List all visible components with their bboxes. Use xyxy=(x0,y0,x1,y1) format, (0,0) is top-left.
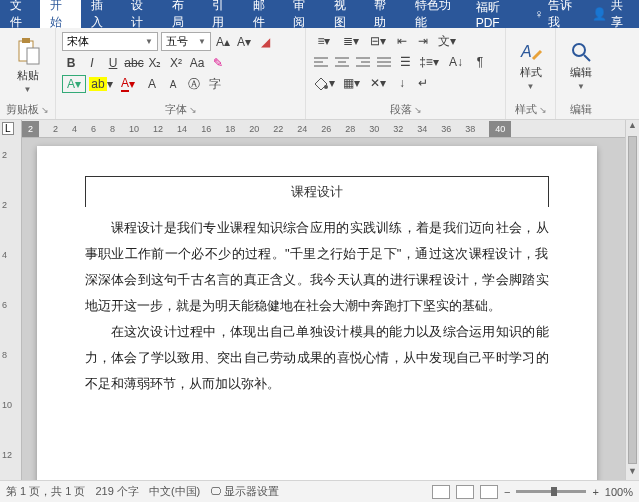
hruler-tick: 30 xyxy=(369,124,379,134)
show-marks-button[interactable]: ¶ xyxy=(471,53,489,71)
subscript-button[interactable]: X₂ xyxy=(146,54,164,72)
tab-layout[interactable]: 布局 xyxy=(162,0,202,28)
tab-insert[interactable]: 插入 xyxy=(81,0,121,28)
font-name-combo[interactable]: 宋体▼ xyxy=(62,32,158,51)
phonetic-button[interactable]: 字 xyxy=(206,75,224,93)
font-size-combo[interactable]: 五号▼ xyxy=(161,32,211,51)
font-name-value: 宋体 xyxy=(67,34,89,49)
web-layout-view-button[interactable] xyxy=(480,485,498,499)
text-effects-button[interactable]: A▾ xyxy=(62,75,86,93)
tellme-label: 告诉我 xyxy=(548,0,577,31)
paragraph-marks-button[interactable]: ↵ xyxy=(414,74,432,92)
text-direction-button[interactable]: 文▾ xyxy=(435,32,459,50)
sort2-button[interactable]: ↓ xyxy=(393,74,411,92)
paste-button[interactable]: 粘贴 ▼ xyxy=(12,36,44,96)
chevron-down-icon: ▼ xyxy=(577,82,585,91)
hruler-tick: 32 xyxy=(393,124,403,134)
read-mode-view-button[interactable] xyxy=(456,485,474,499)
line-spacing-button[interactable]: ‡≡▾ xyxy=(417,53,441,71)
editing-button[interactable]: 编辑 ▼ xyxy=(566,39,596,93)
align-center-button[interactable] xyxy=(333,53,351,71)
enclose-button[interactable]: Ⓐ xyxy=(185,75,203,93)
tab-file[interactable]: 文件 xyxy=(0,0,40,28)
vertical-ruler[interactable]: L 2 2 4 6 8 10 12 xyxy=(0,120,22,480)
word-count[interactable]: 219 个字 xyxy=(95,484,138,499)
align-justify-icon xyxy=(377,56,391,68)
multilevel-button[interactable]: ⊟▾ xyxy=(366,32,390,50)
italic-button[interactable]: I xyxy=(83,54,101,72)
chinese-layout-button[interactable]: ✕▾ xyxy=(366,74,390,92)
vertical-scrollbar[interactable]: ▲ ▼ xyxy=(625,120,639,480)
tab-mail[interactable]: 邮件 xyxy=(243,0,283,28)
bullets-button[interactable]: ≡▾ xyxy=(312,32,336,50)
align-right-button[interactable] xyxy=(354,53,372,71)
clipboard-launcher[interactable]: ↘ xyxy=(41,105,49,115)
scroll-thumb[interactable] xyxy=(628,136,637,464)
vruler-tick: 2 xyxy=(2,150,7,160)
font-launcher[interactable]: ↘ xyxy=(189,105,197,115)
shading-button[interactable]: ▾ xyxy=(312,74,336,92)
horizontal-ruler[interactable]: 2 2 4 6 8 10 12 14 16 18 20 22 24 26 28 … xyxy=(22,120,625,138)
increase-indent-button[interactable]: ⇥ xyxy=(414,32,432,50)
numbering-button[interactable]: ≣▾ xyxy=(339,32,363,50)
decrease-indent-button[interactable]: ⇤ xyxy=(393,32,411,50)
distribute-button[interactable]: ☰ xyxy=(396,53,414,71)
grow-font2-button[interactable]: A xyxy=(143,75,161,93)
shrink-font2-button[interactable]: A xyxy=(164,75,182,93)
superscript-button[interactable]: X² xyxy=(167,54,185,72)
zoom-out-button[interactable]: − xyxy=(504,486,510,498)
paragraph[interactable]: 在这次设计过程中，体现出自己单独设计模具的能力以及综合运用知识的能力，体会了学以… xyxy=(85,319,549,397)
scroll-down-button[interactable]: ▼ xyxy=(626,466,639,480)
tab-foxit[interactable]: 福昕PDF xyxy=(466,0,527,28)
shrink-font-button[interactable]: A▾ xyxy=(235,33,253,51)
grow-font-button[interactable]: A▴ xyxy=(214,33,232,51)
font-color-button[interactable]: A▾ xyxy=(116,75,140,93)
styles-launcher[interactable]: ↘ xyxy=(539,105,547,115)
tellme[interactable]: ♀ 告诉我 xyxy=(529,0,583,31)
print-layout-view-button[interactable] xyxy=(432,485,450,499)
tab-view[interactable]: 视图 xyxy=(324,0,364,28)
hruler-tick: 4 xyxy=(72,124,77,134)
tab-references[interactable]: 引用 xyxy=(202,0,242,28)
share-button[interactable]: 👤 共享 xyxy=(582,0,639,31)
svg-text:A: A xyxy=(520,43,532,60)
align-justify-button[interactable] xyxy=(375,53,393,71)
paragraph-launcher[interactable]: ↘ xyxy=(414,105,422,115)
display-settings[interactable]: 🖵 显示器设置 xyxy=(210,484,279,499)
zoom-slider[interactable] xyxy=(516,490,586,493)
page-count[interactable]: 第 1 页，共 1 页 xyxy=(6,484,85,499)
strike-button[interactable]: abc xyxy=(125,54,143,72)
highlight-button[interactable]: ab▾ xyxy=(89,75,113,93)
hruler-margin: 40 xyxy=(489,121,511,137)
styles-button[interactable]: A 样式 ▼ xyxy=(515,39,547,93)
hruler-tick: 18 xyxy=(225,124,235,134)
bold-button[interactable]: B xyxy=(62,54,80,72)
align-left-button[interactable] xyxy=(312,53,330,71)
tab-help[interactable]: 帮助 xyxy=(364,0,404,28)
paragraph[interactable]: 课程设计是我们专业课程知识综合应用的实践训练，着是我们迈向社会，从事职业工作前一… xyxy=(85,215,549,319)
change-case-button[interactable]: Aa xyxy=(188,54,206,72)
tab-home[interactable]: 开始 xyxy=(40,0,80,28)
hruler-tick: 36 xyxy=(441,124,451,134)
tab-special[interactable]: 特色功能 xyxy=(405,0,466,28)
clear-formatting-button[interactable]: ◢ xyxy=(256,33,274,51)
hruler-tick: 26 xyxy=(321,124,331,134)
document-scroll-area[interactable]: 课程设计 课程设计是我们专业课程知识综合应用的实践训练，着是我们迈向社会，从事职… xyxy=(22,120,625,480)
vruler-tick: 12 xyxy=(2,450,12,460)
scroll-up-button[interactable]: ▲ xyxy=(626,120,639,134)
zoom-level[interactable]: 100% xyxy=(605,486,633,498)
align-right-icon xyxy=(356,56,370,68)
sort-button[interactable]: A↓ xyxy=(444,53,468,71)
tab-stop-indicator[interactable]: L xyxy=(2,122,14,135)
document-title[interactable]: 课程设计 xyxy=(85,176,549,207)
tab-review[interactable]: 审阅 xyxy=(283,0,323,28)
hruler-margin: 2 xyxy=(22,121,39,137)
tab-design[interactable]: 设计 xyxy=(121,0,161,28)
font-size-value: 五号 xyxy=(166,34,188,49)
borders-button[interactable]: ▦▾ xyxy=(339,74,363,92)
zoom-in-button[interactable]: + xyxy=(592,486,598,498)
hruler-tick: 22 xyxy=(273,124,283,134)
format-painter-button[interactable]: ✎ xyxy=(209,54,227,72)
language-status[interactable]: 中文(中国) xyxy=(149,484,200,499)
underline-button[interactable]: U xyxy=(104,54,122,72)
